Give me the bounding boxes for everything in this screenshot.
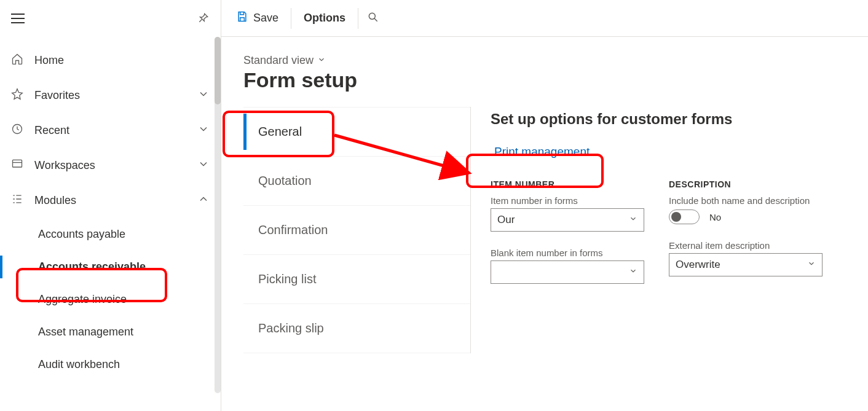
col-description: DESCRIPTION Include both name and descri… — [669, 172, 823, 284]
clock-icon — [11, 123, 23, 138]
options-button[interactable]: Options — [300, 7, 349, 29]
field-label: Include both name and description — [669, 195, 823, 206]
section-label: DESCRIPTION — [669, 179, 823, 189]
sub-item[interactable]: Aggregate invoice — [0, 283, 221, 316]
nav-recent[interactable]: Recent — [0, 113, 221, 148]
col-item-number: ITEM NUMBER Item number in forms Our Bla… — [491, 172, 644, 284]
svg-point-2 — [369, 13, 375, 19]
dropdown-value: Overwrite — [676, 259, 720, 271]
nav-workspaces[interactable]: Workspaces — [0, 148, 221, 183]
save-button[interactable]: Save — [232, 6, 282, 31]
save-label: Save — [253, 12, 278, 25]
chevron-down-icon — [197, 88, 210, 103]
view-name-label: Standard view — [243, 54, 314, 67]
main: Save Options Standard view Form setup — [221, 0, 868, 411]
field-label: Blank item number in forms — [491, 248, 644, 258]
action-bar: Save Options — [221, 0, 868, 37]
dropdown-value: Our — [497, 214, 515, 226]
chevron-down-icon — [197, 158, 210, 173]
chevron-up-icon — [197, 193, 210, 208]
vtab-general[interactable]: General — [243, 107, 470, 157]
nav-label: Home — [34, 54, 210, 67]
chevron-down-icon — [317, 54, 326, 67]
nav-label: Modules — [34, 194, 186, 207]
content: Standard view Form setup General Quotati… — [221, 37, 868, 411]
search-icon — [367, 15, 379, 25]
toggle-value: No — [709, 212, 721, 222]
chevron-down-icon — [197, 123, 210, 138]
sub-item-active[interactable]: Accounts receivable — [0, 251, 221, 283]
hamburger-icon[interactable] — [11, 14, 25, 23]
nav-favorites[interactable]: Favorites — [0, 78, 221, 113]
form-layout: General Quotation Confirmation Picking l… — [243, 107, 846, 353]
vtab-quotation[interactable]: Quotation — [243, 157, 470, 206]
blank-item-number-dropdown[interactable] — [491, 260, 644, 284]
sidebar: Home Favorites Recent — [0, 0, 221, 411]
nav-home[interactable]: Home — [0, 43, 221, 78]
section-label: ITEM NUMBER — [491, 179, 644, 189]
nav-list: Home Favorites Recent — [0, 37, 221, 381]
print-management-link[interactable]: Print management — [491, 143, 593, 161]
panel: Set up options for customer forms Print … — [491, 107, 846, 353]
sidebar-top — [0, 0, 221, 37]
chevron-down-icon — [629, 266, 637, 278]
nav-label: Workspaces — [34, 159, 186, 172]
search-button[interactable] — [367, 11, 379, 25]
pin-icon[interactable] — [197, 12, 210, 26]
item-number-dropdown[interactable]: Our — [491, 208, 644, 232]
sub-item[interactable]: Accounts payable — [0, 218, 221, 251]
app-root: Home Favorites Recent — [0, 0, 868, 411]
divider — [291, 8, 291, 29]
vertical-tabs: General Quotation Confirmation Picking l… — [243, 107, 471, 353]
save-icon — [236, 10, 248, 26]
workspaces-icon — [11, 158, 23, 173]
include-both-toggle[interactable] — [669, 209, 700, 224]
page-title: Form setup — [243, 68, 846, 92]
nav-label: Favorites — [34, 89, 186, 102]
view-selector[interactable]: Standard view — [243, 54, 846, 67]
modules-sub-list: Accounts payable Accounts receivable Agg… — [0, 218, 221, 381]
columns: ITEM NUMBER Item number in forms Our Bla… — [491, 172, 846, 284]
sidebar-scrollbar[interactable] — [215, 37, 221, 393]
vtab-packing-slip[interactable]: Packing slip — [243, 304, 470, 353]
chevron-down-icon — [807, 259, 816, 271]
star-icon — [11, 88, 23, 103]
divider — [358, 8, 358, 29]
nav-modules[interactable]: Modules — [0, 183, 221, 218]
nav-label: Recent — [34, 124, 186, 137]
vtab-confirmation[interactable]: Confirmation — [243, 206, 470, 255]
field-label: Item number in forms — [491, 195, 644, 206]
field-label: External item description — [669, 240, 823, 251]
external-item-desc-dropdown[interactable]: Overwrite — [669, 253, 823, 276]
chevron-down-icon — [629, 214, 637, 226]
panel-heading: Set up options for customer forms — [491, 111, 846, 128]
svg-rect-1 — [13, 160, 22, 167]
home-icon — [11, 53, 23, 68]
sub-item[interactable]: Asset management — [0, 316, 221, 348]
sub-item[interactable]: Audit workbench — [0, 348, 221, 381]
modules-icon — [11, 193, 23, 208]
toggle-row: No — [669, 209, 823, 224]
vtab-picking-list[interactable]: Picking list — [243, 255, 470, 304]
